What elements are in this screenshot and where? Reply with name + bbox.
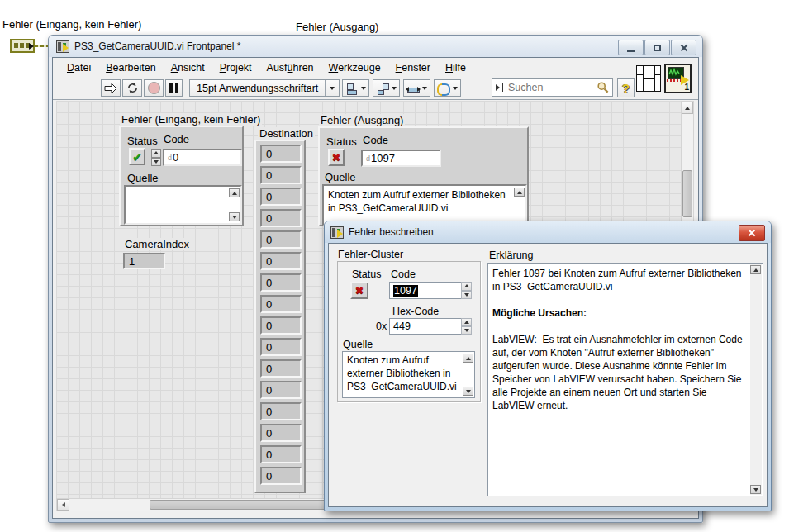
destination-element-field[interactable]: 0 (260, 230, 302, 249)
run-continuous-icon (126, 82, 139, 94)
destination-element-field[interactable]: 0 (260, 467, 302, 485)
scroll-up-button[interactable] (750, 265, 761, 274)
scroll-down-button[interactable] (229, 212, 240, 221)
code-label: Code (164, 133, 189, 145)
search-input[interactable] (506, 81, 597, 94)
code-field[interactable]: 1097 (389, 282, 462, 299)
menu-item-fenster[interactable]: Fenster (388, 59, 438, 76)
menu-item-projekt[interactable]: Projekt (212, 59, 259, 76)
code-input-field[interactable]: d0 (163, 149, 242, 166)
error-in-cluster-label: Fehler (Eingang, kein Fehler) (120, 113, 262, 126)
code-output-field[interactable]: d1097 (361, 150, 441, 167)
maximize-button[interactable] (644, 40, 670, 55)
run-button[interactable] (101, 79, 121, 97)
connector-pane-icon[interactable] (636, 65, 661, 92)
abort-button[interactable] (144, 79, 164, 97)
scroll-up-button[interactable] (514, 188, 525, 197)
destination-element-field[interactable]: 0 (260, 188, 302, 206)
hex-spinner[interactable] (461, 318, 472, 335)
error-in-cluster: Status Code ✔ d0 Quelle (119, 126, 244, 226)
menu-item-bearbeiten[interactable]: Bearbeiten (98, 59, 163, 76)
abort-icon (148, 82, 160, 94)
scroll-up-button[interactable] (682, 102, 693, 114)
close-button[interactable] (671, 40, 696, 55)
radix-indicator[interactable]: d (168, 154, 172, 162)
chevron-down-icon (453, 87, 458, 90)
spin-down-button[interactable] (461, 326, 472, 335)
destination-element-field[interactable]: 0 (260, 445, 302, 463)
font-selector[interactable]: 15pt Anwendungsschriftart (189, 79, 340, 97)
context-help-button[interactable]: ? (617, 78, 635, 97)
vertical-scroll-thumb[interactable] (682, 170, 692, 217)
dialog-titlebar[interactable]: Fehler beschreiben (325, 221, 771, 243)
scroll-left-button[interactable] (57, 499, 69, 511)
menu-bar: DateiBearbeitenAnsichtProjektAusführenWe… (53, 58, 698, 77)
align-objects-button[interactable] (342, 79, 369, 97)
status-error-button[interactable]: ✖ (328, 149, 345, 166)
source-text-area[interactable] (124, 185, 242, 225)
reorder-button[interactable] (434, 79, 461, 97)
code-spinner[interactable] (461, 282, 472, 299)
dialog-close-button[interactable] (739, 225, 765, 241)
menu-item-hilfe[interactable]: Hilfe (438, 59, 473, 76)
destination-element-field[interactable]: 0 (260, 166, 302, 184)
error-dialog: Fehler beschreiben Fehler-Cluster Status… (324, 221, 772, 511)
minimize-button[interactable] (618, 40, 644, 55)
hex-code-field[interactable]: 449 (389, 318, 462, 335)
camera-index-field[interactable]: 1 (123, 253, 165, 269)
search-box[interactable] (492, 78, 613, 97)
font-selector-dropdown[interactable] (325, 80, 339, 96)
run-continuous-button[interactable] (122, 79, 142, 97)
source-label: Quelle (127, 172, 159, 184)
spin-down-button[interactable] (461, 291, 472, 300)
vi-icon-button[interactable]: 1 (664, 64, 692, 93)
spin-up-button[interactable] (461, 282, 472, 291)
destination-element-field[interactable]: 0 (260, 381, 302, 399)
spin-up-button[interactable] (461, 318, 472, 326)
distribute-objects-button[interactable] (373, 79, 400, 97)
destination-element-field[interactable]: 0 (260, 273, 302, 292)
hex-code-value: 449 (393, 321, 411, 332)
scroll-up-button[interactable] (463, 354, 473, 363)
menu-item-ansicht[interactable]: Ansicht (164, 59, 212, 76)
status-ok-button[interactable]: ✔ (129, 148, 145, 165)
destination-element-field[interactable]: 0 (260, 145, 302, 163)
decrement-button[interactable] (151, 158, 161, 167)
destination-element-field[interactable]: 0 (260, 252, 302, 270)
search-scope-icon[interactable] (496, 84, 500, 91)
close-icon (748, 229, 756, 237)
source-text-area[interactable]: Knoten zum Aufruf externer Bibliotheken … (342, 351, 475, 398)
error-cluster-terminal-icon[interactable] (10, 39, 35, 53)
scroll-down-button[interactable] (750, 485, 761, 494)
menu-item-werkzeuge[interactable]: Werkzeuge (321, 59, 388, 76)
destination-element-field[interactable]: 0 (260, 316, 302, 335)
destination-element-field[interactable]: 0 (260, 338, 302, 356)
search-scope-divider (502, 83, 503, 92)
vi-icon-badge: 1 (684, 83, 689, 92)
titlebar[interactable]: PS3_GetCameraUUID.vi Frontpanel * (49, 36, 702, 57)
code-increment-decrement[interactable] (151, 149, 161, 166)
scroll-down-button[interactable] (463, 387, 473, 396)
resize-objects-icon (406, 82, 420, 95)
maximize-icon (654, 45, 661, 51)
destination-element-field[interactable]: 0 (260, 209, 302, 227)
menu-item-datei[interactable]: Datei (59, 59, 98, 76)
destination-array: 0000000000000000 (254, 140, 306, 493)
resize-objects-button[interactable] (403, 79, 430, 97)
destination-element-field[interactable]: 0 (260, 424, 302, 442)
scroll-up-button[interactable] (229, 188, 240, 197)
dialog-title: Fehler beschreiben (349, 226, 434, 238)
radix-indicator[interactable]: d (366, 154, 370, 163)
chevron-down-icon (361, 87, 366, 90)
menu-item-ausführen[interactable]: Ausführen (259, 59, 321, 76)
error-out-cluster: Status Code ✖ d1097 Quelle Knoten zum Au… (318, 126, 529, 226)
status-error-indicator[interactable]: ✖ (350, 282, 368, 299)
pause-button[interactable] (165, 79, 183, 97)
destination-element-field[interactable]: 0 (260, 295, 302, 313)
destination-element-field[interactable]: 0 (260, 402, 302, 420)
explanation-scrollbar[interactable] (750, 264, 762, 495)
chevron-down-icon (422, 87, 427, 90)
destination-element-field[interactable]: 0 (260, 359, 302, 378)
explanation-text-area[interactable]: Fehler 1097 bei Knoten zum Aufruf extern… (487, 263, 763, 496)
increment-button[interactable] (151, 149, 161, 158)
